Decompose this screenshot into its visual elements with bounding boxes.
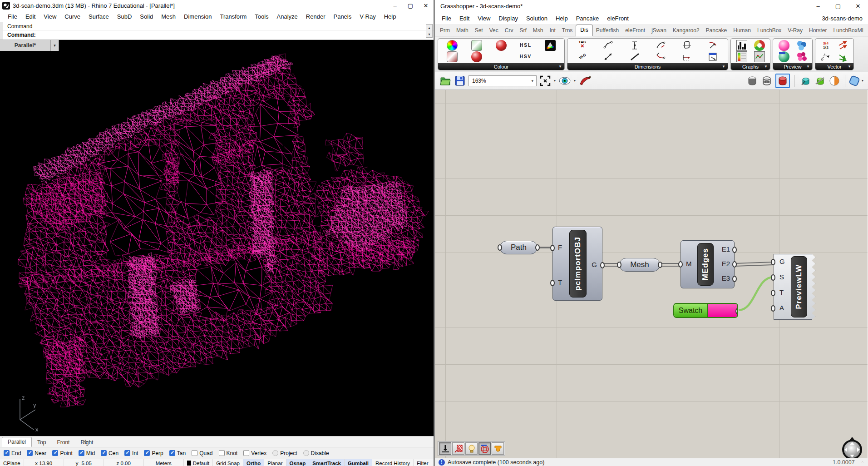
cloud-display-icon[interactable] [796,40,807,51]
osnap-toggle[interactable]: Point [52,450,72,456]
status-segment[interactable]: Gumball [345,459,372,466]
chevron-down-icon[interactable]: ▾ [574,79,576,83]
checkbox-icon[interactable] [124,450,130,456]
disable-selected-preview-icon[interactable] [814,75,826,87]
node-previewlw[interactable]: G S T A PreviewLW [774,254,815,320]
symbol-display-icon[interactable] [779,51,789,62]
status-segment[interactable]: x 13.90 [24,459,64,466]
mesh-quality-icon[interactable] [848,74,860,86]
status-segment[interactable]: Grid Snap [213,459,243,466]
status-segment[interactable]: z 0.00 [104,459,144,466]
dim-vertical-icon[interactable] [629,40,640,51]
gh-category-tab[interactable]: Dis [576,25,592,36]
osnap-toggle[interactable]: Int [124,450,138,456]
pie-graph-icon[interactable] [754,40,765,51]
gh-category-tab[interactable]: LunchBox [754,25,784,36]
input-nub-m[interactable] [678,261,683,268]
colour-gradient-icon[interactable] [447,51,458,62]
zoom-extents-icon[interactable] [539,75,551,87]
gh-category-tab[interactable]: V-Ray [784,25,806,36]
rhino-menu-item[interactable]: Solid [136,12,157,21]
osnap-toggle[interactable]: Perp [144,450,163,456]
wireframe-preview-icon[interactable] [761,75,773,87]
status-segment[interactable]: Ortho [243,459,264,466]
gh-category-tab[interactable]: Prm [437,25,453,36]
checkbox-icon[interactable] [27,450,33,456]
bar-graph-icon[interactable] [736,40,747,51]
spectrum-prism-icon[interactable] [545,40,556,51]
rhino-menu-item[interactable]: Surface [84,12,113,21]
group-label-vector[interactable]: Vector▼ [815,63,853,70]
node-medges[interactable]: M MEdges E1 E2 E3 [681,240,735,288]
canvas-widget-button[interactable] [452,442,464,455]
resize-grip[interactable]: ∴ [861,460,864,465]
osnap-toggle[interactable]: Vertex [243,450,266,456]
output-nub-e2[interactable] [732,261,737,268]
osnap-toggle[interactable]: Knot [219,450,238,456]
close-button[interactable]: ✕ [418,0,434,10]
gh-canvas[interactable]: Path F T G pcImportOBJ Mesh [435,90,868,458]
red-arrows-icon[interactable] [838,40,848,51]
colour-cube-icon[interactable] [471,40,482,51]
checkbox-icon[interactable] [144,450,150,456]
line-graph-icon[interactable] [754,51,765,62]
dim-ordinate-icon[interactable] [681,51,692,62]
input-nub[interactable] [498,244,502,251]
tag-delete-icon[interactable]: TAG✕ [577,40,588,51]
viewport-menu-dropdown[interactable]: ▾ [51,40,59,51]
zoom-level-combo[interactable]: 163% ▾ [469,75,537,86]
minimize-button[interactable]: – [387,0,403,10]
output-nub-e1[interactable] [732,247,737,253]
node-mesh-param[interactable]: Mesh [619,258,660,272]
checkbox-icon[interactable] [303,450,309,456]
dim-aligned-icon[interactable] [603,40,614,51]
rhino-menu-item[interactable]: Edit [21,12,39,21]
checkbox-icon[interactable] [101,450,107,456]
status-segment[interactable]: Meters [144,459,184,466]
gh-category-tab[interactable]: Human [730,25,754,36]
osnap-toggle[interactable]: Quad [192,450,212,456]
checkbox-icon[interactable] [52,450,58,456]
maximize-button[interactable]: ▢ [828,1,848,11]
input-nub-s[interactable] [771,274,775,281]
gh-menu-item[interactable]: Pancake [572,14,603,23]
paintbrush-icon[interactable] [578,75,592,87]
dim-line2-icon[interactable] [629,51,640,62]
dim-screen-icon[interactable] [707,51,718,62]
rhino-menu-item[interactable]: Mesh [157,12,180,21]
gh-category-tab[interactable]: jSwan [648,25,670,36]
gh-category-tab[interactable]: Kangaroo2 [670,25,703,36]
status-segment[interactable]: Filter [414,459,432,466]
osnap-toggle[interactable]: Mid [79,450,95,456]
input-nub-a[interactable] [771,305,775,312]
rhino-menu-item[interactable]: Help [380,12,400,21]
output-nub[interactable] [658,262,662,268]
rhino-menu-item[interactable]: View [39,12,60,21]
chevron-down-icon[interactable]: ▾ [554,79,556,83]
rhino-menu-item[interactable]: Analyze [273,12,302,21]
group-label-colour[interactable]: Colour▼ [438,63,564,70]
viewport-tab[interactable]: Front [51,438,75,447]
node-path-param[interactable]: Path [500,241,538,254]
rhino-viewport[interactable]: z y x [0,51,434,436]
canvas-widget-button[interactable] [439,442,451,455]
osnap-toggle[interactable]: Cen [101,450,118,456]
checkbox-icon[interactable] [192,450,197,456]
command-scroll-buttons[interactable]: ▲▼ [426,24,433,38]
preview-selected-only-icon[interactable] [799,75,811,87]
gh-menu-item[interactable]: View [473,14,494,23]
chevron-down-icon[interactable]: ▾ [531,79,536,83]
rhino-menu-item[interactable]: Dimension [180,12,216,21]
save-file-icon[interactable] [454,75,466,87]
status-segment[interactable]: Osnap [286,459,310,466]
output-nub-e3[interactable] [732,276,737,282]
dot-display-icon[interactable] [796,51,807,62]
group-label-dimensions[interactable]: Dimensions▼ [567,63,728,70]
gh-category-tab[interactable]: eleFront [622,25,648,36]
canvas-widget-button[interactable] [492,442,504,455]
gh-category-tab[interactable]: Horster [806,25,830,36]
hsv-button[interactable]: HSV [520,54,532,59]
canvas-widget-button[interactable] [478,442,491,455]
shaded-preview-button-selected[interactable] [775,74,790,88]
rhino-menu-item[interactable]: SubD [113,12,136,21]
